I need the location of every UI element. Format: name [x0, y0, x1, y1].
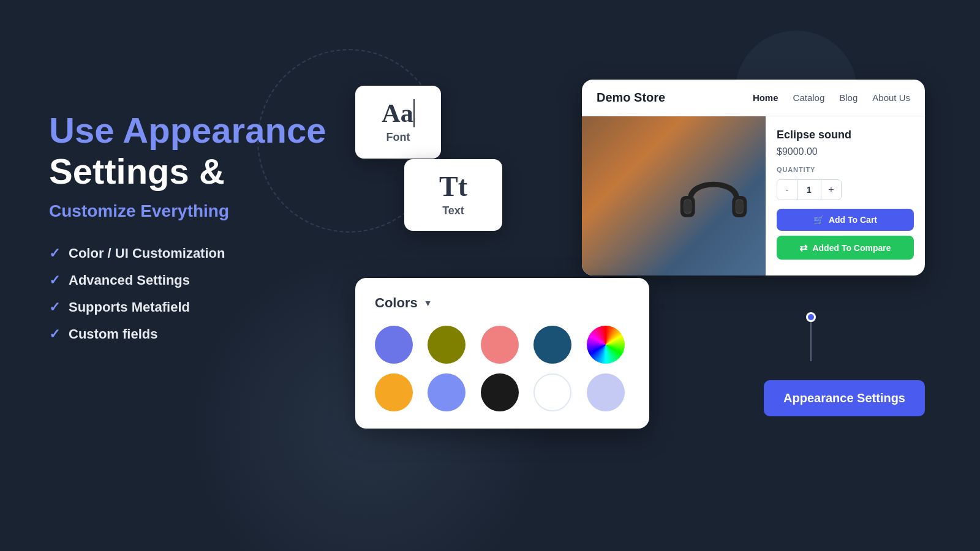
nav-link-blog[interactable]: Blog — [839, 92, 858, 103]
demo-store-body: Eclipse sound $9000.00 QUANTITY - 1 + Ad… — [582, 116, 925, 276]
text-card-icon: Tt — [424, 173, 483, 201]
colors-card: Colors ▼ — [355, 278, 649, 429]
feature-label-1: Color / UI Customization — [69, 246, 225, 261]
feature-list: ✓ Color / UI Customization ✓ Advanced Se… — [49, 246, 343, 342]
color-swatch-lavender[interactable] — [587, 373, 625, 411]
svg-point-5 — [735, 200, 744, 214]
font-card: Aa Font — [355, 86, 441, 159]
text-card: Tt Text — [404, 159, 502, 231]
connector-dot — [806, 312, 816, 322]
heading-line2: Settings & — [49, 151, 225, 191]
feature-label-2: Advanced Settings — [69, 272, 190, 288]
feature-item-2: ✓ Advanced Settings — [49, 272, 343, 288]
color-swatch-orange[interactable] — [375, 373, 413, 411]
add-to-cart-label: Add To Cart — [829, 215, 877, 225]
product-name: Eclipse sound — [777, 129, 914, 141]
demo-store-nav-links: Home Catalog Blog About Us — [753, 92, 910, 103]
heading-line1: Use Appearance — [49, 110, 326, 150]
main-heading: Use Appearance Settings & — [49, 110, 343, 192]
add-to-cart-button[interactable]: Add To Cart — [777, 209, 914, 231]
feature-label-4: Custom fields — [69, 326, 157, 342]
svg-point-4 — [683, 200, 692, 214]
color-swatch-salmon[interactable] — [481, 326, 519, 364]
color-swatch-white[interactable] — [533, 373, 571, 411]
text-card-label: Text — [424, 204, 483, 217]
nav-link-about[interactable]: About Us — [872, 92, 910, 103]
feature-item-1: ✓ Color / UI Customization — [49, 246, 343, 261]
font-card-letters: Aa — [375, 100, 421, 126]
check-icon-4: ✓ — [49, 326, 60, 342]
demo-store-brand: Demo Store — [597, 91, 753, 105]
color-swatch-black[interactable] — [481, 373, 519, 411]
feature-label-3: Supports Metafield — [69, 299, 190, 315]
compare-icon — [799, 242, 807, 253]
add-to-compare-label: Added To Compare — [812, 243, 891, 253]
hero-section: Use Appearance Settings & Customize Ever… — [49, 110, 343, 342]
cart-icon — [813, 215, 824, 225]
product-image — [582, 116, 766, 276]
subheading: Customize Everything — [49, 201, 343, 221]
quantity-value: 1 — [797, 180, 821, 200]
appearance-settings-button[interactable]: Appearance Settings — [764, 380, 925, 416]
colors-grid — [375, 326, 630, 411]
quantity-control: - 1 + — [777, 179, 842, 200]
colors-header: Colors ▼ — [375, 295, 630, 311]
product-price: $9000.00 — [777, 146, 914, 157]
quantity-plus-button[interactable]: + — [821, 180, 841, 200]
feature-item-3: ✓ Supports Metafield — [49, 299, 343, 315]
color-swatch-periwinkle[interactable] — [428, 373, 466, 411]
nav-link-catalog[interactable]: Catalog — [793, 92, 825, 103]
demo-store-card: Demo Store Home Catalog Blog About Us — [582, 80, 925, 276]
color-swatch-rainbow[interactable] — [587, 326, 625, 364]
feature-item-4: ✓ Custom fields — [49, 326, 343, 342]
color-swatch-olive[interactable] — [428, 326, 466, 364]
quantity-minus-button[interactable]: - — [777, 180, 797, 200]
demo-store-nav: Demo Store Home Catalog Blog About Us — [582, 80, 925, 116]
colors-title: Colors — [375, 295, 418, 311]
color-swatch-purple-blue[interactable] — [375, 326, 413, 364]
cursor — [413, 99, 415, 127]
check-icon-2: ✓ — [49, 272, 60, 288]
add-to-compare-button[interactable]: Added To Compare — [777, 236, 914, 260]
font-letters-text: Aa — [382, 99, 413, 127]
check-icon-3: ✓ — [49, 299, 60, 315]
nav-link-home[interactable]: Home — [753, 92, 778, 103]
color-swatch-dark-teal[interactable] — [533, 326, 571, 364]
font-card-label: Font — [375, 131, 421, 144]
quantity-label: QUANTITY — [777, 166, 914, 173]
headphone-svg — [674, 156, 753, 236]
product-image-bg — [582, 116, 766, 276]
product-info: Eclipse sound $9000.00 QUANTITY - 1 + Ad… — [766, 116, 925, 276]
colors-dropdown-arrow[interactable]: ▼ — [424, 298, 432, 308]
check-icon-1: ✓ — [49, 246, 60, 261]
